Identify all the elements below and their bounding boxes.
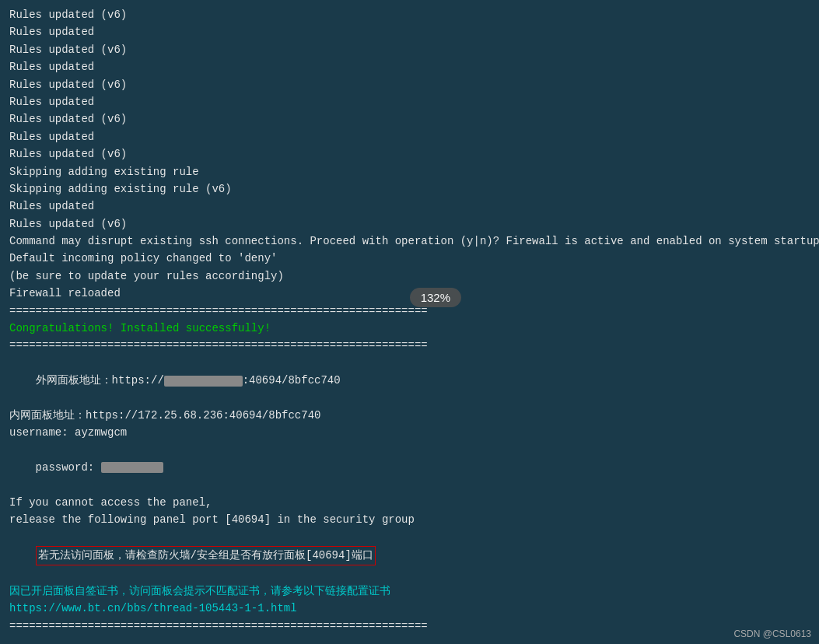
divider-mid: ========================================… [9, 337, 810, 354]
line-policy: Default incoming policy changed to 'deny… [9, 250, 810, 267]
divider-bottom: ========================================… [9, 618, 810, 635]
time-consumed-line: Time consumed: 2 Minute! [9, 635, 810, 644]
zoom-badge: 132% [410, 288, 461, 307]
password-line: password: [9, 442, 810, 494]
cert-note-line: 因已开启面板自签证书，访问面板会提示不匹配证书，请参考以下链接配置证书 [9, 583, 810, 600]
cert-link-line: https://www.bt.cn/bbs/thread-105443-1-1.… [9, 600, 810, 617]
line-8: Rules updated [9, 128, 810, 145]
line-7: Rules updated (v6) [9, 110, 810, 128]
outer-panel-port: :40694/8bfcc740 [243, 374, 341, 387]
warning-cn-line: 若无法访问面板，请检查防火墙/安全组是否有放行面板[40694]端口 [9, 529, 810, 583]
line-3: Rules updated (v6) [9, 41, 810, 58]
note1-line: If you cannot access the panel, [9, 494, 810, 511]
line-10: Skipping adding existing rule [9, 163, 810, 180]
line-5: Rules updated (v6) [9, 76, 810, 93]
note2-line: release the following panel port [40694]… [9, 511, 810, 528]
line-9: Rules updated (v6) [9, 145, 810, 163]
line-13: Rules updated (v6) [9, 215, 810, 233]
line-rules: (be sure to update your rules accordingl… [9, 268, 810, 285]
line-1: Rules updated (v6) [9, 6, 810, 23]
inner-panel-line: 内网面板地址：https://172.25.68.236:40694/8bfcc… [9, 407, 810, 424]
watermark: CSDN @CSL0613 [733, 628, 811, 639]
divider-top: ========================================… [9, 303, 810, 320]
terminal: Rules updated (v6) Rules updated Rules u… [0, 0, 819, 644]
outer-panel-line: 外网面板地址：https:// :40694/8bfcc740 [9, 355, 810, 407]
warning-cn-text: 若无法访问面板，请检查防火墙/安全组是否有放行面板[40694]端口 [36, 546, 376, 565]
password-label: password: [36, 461, 101, 474]
line-12: Rules updated [9, 198, 810, 215]
username-line: username: ayzmwgcm [9, 424, 810, 441]
line-6: Rules updated [9, 93, 810, 110]
password-value [101, 462, 163, 473]
line-11: Skipping adding existing rule (v6) [9, 180, 810, 198]
line-2: Rules updated [9, 23, 810, 40]
outer-panel-label: 外网面板地址：https:// [36, 374, 164, 387]
outer-panel-ip [164, 376, 243, 387]
line-4: Rules updated [9, 58, 810, 75]
success-message: Congratulations! Installed successfully! [9, 320, 810, 337]
line-ssh: Command may disrupt existing ssh connect… [9, 233, 810, 250]
